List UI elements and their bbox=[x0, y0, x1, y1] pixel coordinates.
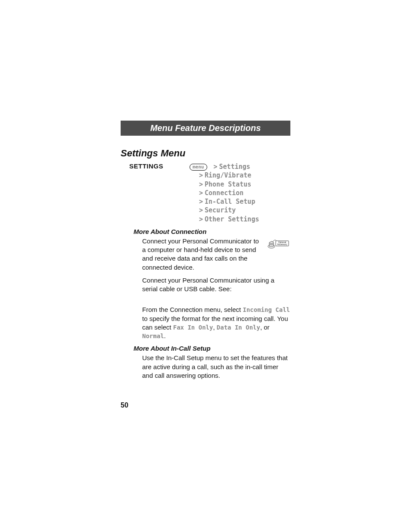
menu-path: menu >Settings >Ring/Vibrate >Phone Stat… bbox=[190, 162, 259, 224]
chevron-icon: > bbox=[199, 171, 205, 179]
chevron-icon: > bbox=[199, 180, 205, 188]
menu-button-icon: menu bbox=[190, 164, 207, 171]
menu-item-label: Phone Status bbox=[205, 180, 251, 188]
menu-item-3: >In-Call Setup bbox=[190, 197, 259, 206]
connection-p3-prefix: From the Connection menu, select bbox=[142, 306, 243, 313]
page-title: Menu Feature Descriptions bbox=[150, 123, 261, 133]
connection-sep2: , or bbox=[260, 324, 270, 331]
connection-sep1: , bbox=[213, 324, 216, 331]
menu-item-label: Security bbox=[205, 206, 236, 214]
connection-p3: From the Connection menu, select Incomin… bbox=[142, 305, 290, 340]
menu-item-label: Other Settings bbox=[205, 215, 259, 223]
connection-opt-fax: Fax In Only bbox=[173, 324, 213, 331]
incall-p1: Use the In-Call Setup menu to set the fe… bbox=[142, 354, 290, 380]
connection-p3-end: . bbox=[164, 332, 166, 339]
incall-heading: More About In-Call Setup bbox=[134, 345, 411, 352]
connection-p1-text: Connect your Personal Communicator to a … bbox=[142, 237, 259, 271]
settings-row: SETTINGS menu >Settings >Ring/Vibrate >P… bbox=[129, 162, 411, 224]
connection-opt-data: Data In Only bbox=[217, 324, 260, 331]
chevron-icon: > bbox=[199, 206, 205, 214]
page: Menu Feature Descriptions Settings Menu … bbox=[0, 0, 411, 532]
menu-item-0: >Ring/Vibrate bbox=[190, 171, 259, 180]
menu-item-label: In-Call Setup bbox=[205, 198, 255, 205]
chevron-icon: > bbox=[199, 198, 205, 205]
chevron-icon: > bbox=[199, 189, 205, 197]
page-number: 50 bbox=[121, 401, 128, 409]
menu-item-2: >Connection bbox=[190, 189, 259, 197]
section-title: Settings Menu bbox=[121, 148, 411, 159]
menu-item-label: Ring/Vibrate bbox=[205, 171, 251, 179]
menu-item-4: >Security bbox=[190, 206, 259, 215]
connection-opt-normal: Normal bbox=[142, 333, 164, 339]
connection-p2: Connect your Personal Communicator using… bbox=[142, 276, 290, 294]
accessory-label-line2: Accessory bbox=[277, 243, 287, 246]
page-title-bar: Menu Feature Descriptions bbox=[121, 121, 290, 136]
optional-accessory-icon: Optional Accessory bbox=[267, 237, 290, 251]
menu-item-1: >Phone Status bbox=[190, 180, 259, 189]
connection-heading: More About Connection bbox=[134, 228, 411, 235]
connection-incoming-call: Incoming Call bbox=[243, 306, 290, 313]
connection-p1: Connect your Personal Communicator to a … bbox=[142, 237, 260, 272]
menu-root-line: menu >Settings bbox=[190, 162, 259, 171]
chevron-icon: > bbox=[199, 215, 205, 223]
menu-root: Settings bbox=[219, 163, 250, 171]
settings-label: SETTINGS bbox=[129, 162, 190, 170]
menu-item-5: >Other Settings bbox=[190, 215, 259, 224]
chevron-icon: > bbox=[214, 163, 219, 171]
menu-item-label: Connection bbox=[205, 189, 243, 197]
